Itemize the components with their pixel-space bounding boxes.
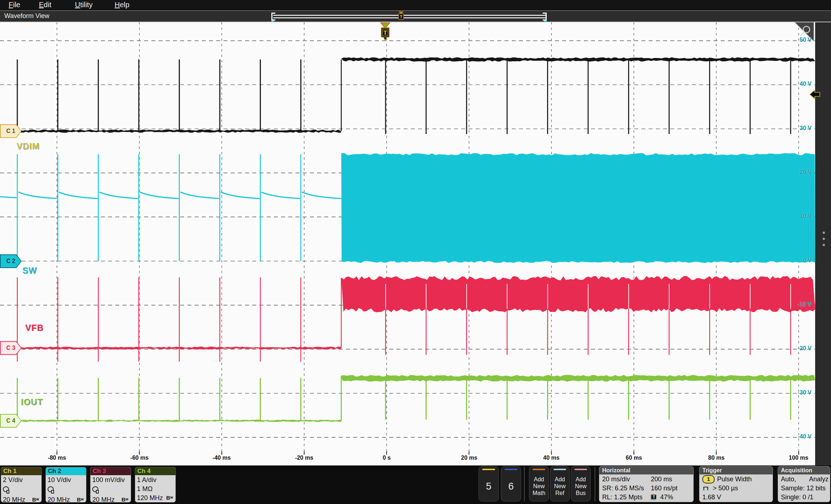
horizontal-value: SR: 6.25 MS/s: [602, 484, 644, 493]
channel-badge-title: Ch 2: [46, 467, 86, 475]
channel-scale: 2 V/div: [3, 476, 40, 485]
button-label-line: Add: [550, 476, 569, 483]
x-axis-label: -20 ms: [287, 455, 321, 461]
channel-badge-1[interactable]: Ch 12 V/div20 MHzBʷ: [1, 467, 42, 503]
x-axis-label: 40 ms: [534, 455, 569, 461]
channel-badge-4[interactable]: Ch 41 A/div1 MΩ120 MHzBʷ: [135, 467, 176, 503]
y-axis-label: -10 V: [789, 301, 812, 308]
trace-label-iout: IOUT: [21, 397, 43, 407]
x-axis-label: -80 ms: [40, 455, 74, 461]
button-label-line: Math: [529, 490, 548, 496]
trace-label-vdim: VDIM: [17, 141, 40, 151]
channel-scale: 10 V/div: [48, 476, 84, 485]
y-axis-label: 40 V: [789, 81, 812, 87]
y-axis-label: 10 V: [789, 213, 812, 219]
button-color-stripe: [574, 469, 587, 470]
panel-drag-handle[interactable]: [823, 232, 825, 246]
y-axis-label: -30 V: [789, 389, 812, 396]
y-axis-label: -40 V: [789, 433, 812, 440]
channel-bandwidth: 20 MHz: [3, 495, 25, 503]
probe-icon: [3, 486, 9, 492]
acquisition-panel[interactable]: Acquisition Auto, Analyz Sample: 12 bits…: [778, 466, 830, 502]
channel-coupling: [3, 486, 40, 495]
x-axis-label: 20 ms: [452, 455, 486, 461]
horizontal-value-text: 160 ns/pt: [651, 484, 677, 493]
x-axis-label: -60 ms: [122, 455, 157, 461]
acquisition-mode: Auto,: [781, 475, 796, 484]
trigger-type: Pulse Width: [717, 475, 752, 484]
trigger-condition: > 500 µs: [713, 484, 738, 493]
horizontal-value-text: 200 ms: [651, 475, 672, 484]
button-label-line: Add: [529, 476, 548, 483]
divider: [524, 467, 525, 501]
add-new-ref-button[interactable]: AddNewRef: [550, 466, 570, 501]
overview-trigger-marker[interactable]: T: [399, 12, 404, 19]
channel-badge-title: Ch 4: [135, 467, 175, 475]
y-axis-label: 20 V: [789, 169, 812, 175]
x-axis-label: 100 ms: [781, 455, 816, 461]
button-color-stripe: [482, 469, 495, 470]
button-label-line: New: [571, 483, 590, 490]
x-axis-label: 0 s: [369, 455, 404, 461]
waveform-graticule[interactable]: TT: [0, 0, 831, 465]
channel-flag-label: C 4: [1, 415, 21, 427]
button-color-stripe: [505, 469, 517, 470]
acquisition-sample: Sample: 12 bits: [781, 484, 826, 493]
add-new-math-button[interactable]: AddNewMath: [529, 466, 549, 501]
channel-coupling: [48, 486, 84, 495]
divider: [595, 467, 595, 501]
trigger-level: 1.68 V: [702, 493, 721, 502]
channel-bandwidth: 20 MHz: [92, 495, 115, 503]
acquisition-single: Single: 0 /1: [781, 493, 813, 502]
button-color-stripe: [554, 469, 566, 470]
y-axis-label: 0 V: [789, 257, 812, 264]
trace-label-vfb: VFB: [25, 323, 44, 333]
channel-badge-2[interactable]: Ch 210 V/div20 MHzBʷ: [45, 467, 86, 503]
channel-scale: 100 mV/div: [92, 476, 129, 485]
trigger-source-badge: 1: [702, 475, 715, 483]
horizontal-value-text: 47%: [660, 493, 673, 502]
bandwidth-limit-badge: Bʷ: [166, 494, 174, 502]
horizontal-panel-title: Horizontal: [599, 467, 693, 474]
y-axis-label: -20 V: [789, 345, 812, 352]
channel-bandwidth: 120 MHz: [137, 494, 163, 502]
bottom-settings-bar: Ch 12 V/div20 MHzBʷCh 210 V/div20 MHzBʷC…: [0, 465, 831, 504]
bandwidth-limit-badge: Bʷ: [77, 495, 84, 503]
horizontal-value: RL: 1.25 Mpts: [602, 493, 644, 502]
trace-label-sw: SW: [22, 266, 37, 276]
trigger-panel-title: Trigger: [699, 467, 773, 474]
channel-coupling: [92, 486, 129, 495]
button-label-line: Add: [571, 476, 590, 483]
x-axis-label: 60 ms: [617, 455, 651, 461]
channel-badges: Ch 12 V/div20 MHzBʷCh 210 V/div20 MHzBʷC…: [1, 467, 176, 503]
add-new-bus-button[interactable]: AddNewBus: [571, 466, 591, 501]
horizontal-value: T47%: [651, 493, 677, 502]
channel-flag-label: C 2: [1, 255, 21, 267]
button-label-line: New: [529, 483, 548, 490]
channel-flag-label: C 1: [1, 125, 21, 137]
button-color-stripe: [533, 469, 545, 470]
x-axis-label: 80 ms: [699, 455, 734, 461]
trigger-panel[interactable]: Trigger 1 Pulse Width > 500 µs 1.68 V: [699, 466, 773, 502]
channel-badge-3[interactable]: Ch 3100 mV/div20 MHzBʷ: [90, 467, 131, 503]
svg-text:T: T: [400, 14, 403, 19]
oscilloscope-app: { "menu": {"items": [ {"id":"file","labe…: [0, 0, 831, 504]
channel-flag-label: C 3: [1, 342, 21, 354]
horizontal-value: 160 ns/pt: [651, 484, 677, 493]
horizontal-value: 20 ms/div: [602, 475, 644, 484]
svg-text:T: T: [383, 30, 387, 36]
x-axis-label: -40 ms: [204, 455, 239, 461]
y-axis-label: 50 V: [789, 37, 812, 43]
channel-coupling: 1 MΩ: [137, 485, 174, 494]
button-label-line: Bus: [571, 490, 590, 496]
probe-icon: [48, 486, 54, 492]
slot-button-6[interactable]: 6: [501, 466, 521, 501]
button-label-line: Ref: [550, 490, 569, 496]
channel-scale: 1 A/div: [137, 476, 174, 485]
horizontal-panel[interactable]: Horizontal 20 ms/divSR: 6.25 MS/sRL: 1.2…: [599, 466, 694, 502]
y-axis-label: 30 V: [789, 125, 812, 131]
pulse-width-icon: [702, 486, 710, 491]
slot-button-5[interactable]: 5: [479, 466, 499, 501]
acquisition-panel-title: Acquisition: [778, 467, 830, 474]
channel-badge-title: Ch 1: [1, 467, 41, 475]
